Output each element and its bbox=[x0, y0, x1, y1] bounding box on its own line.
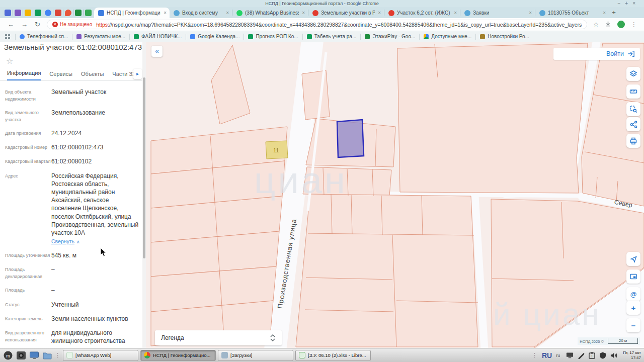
panel-scrollbar[interactable] bbox=[142, 42, 146, 348]
parcel[interactable] bbox=[302, 70, 330, 120]
login-button[interactable]: Войти bbox=[553, 48, 640, 60]
pinned-tab-circle-blue-icon[interactable] bbox=[45, 10, 51, 16]
pinned-tab-flame-red-icon[interactable] bbox=[65, 10, 71, 16]
new-tab-button[interactable]: + bbox=[609, 8, 619, 18]
url-text[interactable]: https://nspd.gov.ru/map?thematic=PKK&zoo… bbox=[96, 22, 582, 28]
area-search-button[interactable] bbox=[626, 102, 640, 116]
clipboard-tray-icon[interactable]: ! bbox=[589, 352, 595, 359]
collapse-link[interactable]: Свернуть bbox=[51, 238, 74, 245]
tab-close-icon[interactable]: × bbox=[164, 10, 167, 16]
taskbar-window-whatsapp[interactable]: [WhatsApp Web] bbox=[63, 350, 138, 361]
display-tray-icon[interactable] bbox=[566, 352, 574, 359]
tab-services[interactable]: Сервисы bbox=[49, 71, 72, 80]
more-tabs-arrow-icon[interactable]: ▸ bbox=[133, 69, 142, 79]
parcel[interactable] bbox=[296, 194, 478, 347]
forward-button[interactable]: → bbox=[21, 21, 28, 28]
tab-information[interactable]: Информация bbox=[7, 70, 41, 80]
tab-objects[interactable]: Объекты bbox=[81, 71, 104, 80]
location-arrow-icon bbox=[630, 255, 637, 263]
panel-collapse-button[interactable]: « bbox=[151, 46, 163, 57]
pinned-tab-doc-purple-icon[interactable] bbox=[15, 10, 21, 16]
tab-close-icon[interactable]: × bbox=[454, 10, 457, 16]
taskbar-window-downloads[interactable]: [Загрузки] bbox=[218, 350, 293, 361]
zoom-in-button[interactable]: + bbox=[626, 301, 640, 315]
file-manager-icon[interactable] bbox=[42, 350, 52, 360]
clock[interactable]: Пт, 17 окт 17:47 bbox=[623, 350, 641, 360]
pinned-tab-doc-orange-icon[interactable] bbox=[25, 10, 31, 16]
bookmark-item[interactable]: ЭтажиPlay - Goo... bbox=[365, 34, 415, 39]
taskbar-window-spreadsheet[interactable]: [З.У. 06.10 (2).xlsx - Libre... bbox=[295, 350, 371, 361]
field-row: СтатусУчтенный bbox=[5, 301, 139, 309]
back-button[interactable]: ← bbox=[8, 21, 14, 28]
bookmark-item[interactable]: Результаты мое... bbox=[76, 34, 125, 39]
taskbar-window-nspd[interactable]: НСПД | Геоинформацио... bbox=[140, 350, 216, 361]
volume-tray-icon[interactable] bbox=[610, 352, 618, 359]
window-controls[interactable]: −+× bbox=[617, 0, 640, 7]
address-bar[interactable]: ✕ Не защищено https://nspd.gov.ru/map?th… bbox=[47, 20, 587, 29]
parcel[interactable] bbox=[397, 43, 588, 193]
tab-whatsapp[interactable]: (38) WhatsApp Business × bbox=[232, 8, 308, 18]
chevron-up-icon[interactable]: ∧ bbox=[76, 239, 80, 244]
tab-requests[interactable]: Заявки × bbox=[460, 8, 535, 18]
pinned-tab-sheet-green-icon[interactable] bbox=[85, 10, 92, 16]
shield-tray-icon[interactable] bbox=[599, 352, 606, 359]
download-icon[interactable] bbox=[605, 21, 611, 29]
zoom-out-button[interactable]: − bbox=[626, 318, 640, 332]
maximize-button[interactable]: + bbox=[625, 1, 632, 6]
overview-map-button[interactable] bbox=[626, 269, 640, 284]
parcel[interactable] bbox=[211, 45, 250, 124]
tab-close-icon[interactable]: × bbox=[302, 10, 305, 16]
pen-tray-icon[interactable] bbox=[578, 352, 585, 359]
tab-close-icon[interactable]: × bbox=[378, 10, 381, 16]
pinned-tab-sheet-green-icon[interactable] bbox=[75, 10, 82, 16]
tab-parcel-listing[interactable]: Участок 6,2 сот. (ИЖС) на... × bbox=[384, 8, 460, 18]
ruler-button[interactable] bbox=[626, 84, 640, 99]
bookmark-item[interactable]: Google Календа... bbox=[190, 34, 239, 39]
show-desktop-icon[interactable] bbox=[29, 350, 39, 360]
print-button[interactable] bbox=[626, 134, 640, 148]
pinned-tab-sheet-green-icon[interactable] bbox=[35, 10, 41, 16]
coordinate-search-button[interactable]: @ bbox=[626, 287, 640, 301]
bookmark-star-icon[interactable]: ☆ bbox=[593, 21, 599, 28]
tab-land-parcels[interactable]: Земельные участки в Рос... × bbox=[308, 8, 384, 18]
layers-button[interactable] bbox=[626, 67, 640, 81]
favorite-star-icon[interactable]: ☆ bbox=[0, 51, 146, 67]
apps-grid-icon[interactable] bbox=[5, 34, 10, 39]
bookmark-item[interactable]: Доступные мне... bbox=[424, 34, 471, 39]
minimize-button[interactable]: − bbox=[617, 1, 625, 6]
cadastral-map[interactable]: циан й циан 11 Производственная улица Се… bbox=[146, 42, 644, 348]
reload-button[interactable]: ↻ bbox=[35, 21, 40, 28]
tab-object[interactable]: 10130755 Объект × bbox=[535, 8, 609, 18]
tab-close-icon[interactable]: × bbox=[226, 10, 229, 16]
tab-parcel-parts[interactable]: Части ЗУ bbox=[112, 71, 136, 80]
bookmark-item[interactable]: Новостройки Ро... bbox=[480, 34, 529, 39]
bookmark-label: Google Календа... bbox=[198, 34, 239, 39]
language-indicator-small[interactable]: ru bbox=[556, 353, 560, 358]
tab-close-icon[interactable]: × bbox=[529, 10, 532, 16]
security-badge[interactable]: ✕ Не защищено bbox=[52, 22, 92, 27]
share-button[interactable] bbox=[626, 117, 640, 131]
field-row: Вид разрешенного использованиядля индиви… bbox=[5, 329, 139, 345]
tab-nspd[interactable]: НСПД | Геоинформацион... × bbox=[94, 8, 170, 18]
bookmark-item[interactable]: Табель учета ра... bbox=[307, 34, 357, 39]
geolocation-button[interactable] bbox=[626, 252, 640, 266]
pinned-tabs[interactable] bbox=[0, 7, 94, 18]
profile-avatar[interactable] bbox=[617, 21, 625, 28]
bookmark-item[interactable]: Прогноз РОП Ко... bbox=[248, 34, 298, 39]
language-indicator[interactable]: RU bbox=[542, 351, 552, 359]
bookmark-item[interactable]: Телефонный сп... bbox=[20, 34, 68, 39]
start-menu-icon[interactable]: m bbox=[3, 350, 13, 360]
scrollbar-thumb[interactable] bbox=[143, 77, 145, 258]
selected-parcel[interactable] bbox=[337, 120, 364, 157]
close-button[interactable]: × bbox=[632, 1, 640, 6]
pinned-tab-doc-red-icon[interactable] bbox=[55, 10, 61, 16]
bookmark-item[interactable]: ФАЙЛ НОВИЧК... bbox=[134, 34, 182, 39]
pinned-tab-doc-blue-icon[interactable] bbox=[5, 10, 11, 16]
tab-login-system[interactable]: Вход в систему × bbox=[170, 8, 232, 18]
menu-kebab-icon[interactable]: ⋮ bbox=[631, 21, 637, 28]
expand-collapse-icon[interactable] bbox=[270, 334, 276, 342]
tab-close-icon[interactable]: × bbox=[603, 10, 606, 16]
camera-tool-icon[interactable] bbox=[16, 350, 26, 360]
bookmark-label: ФАЙЛ НОВИЧК... bbox=[141, 34, 182, 39]
legend-bar[interactable]: Легенда bbox=[155, 330, 282, 345]
